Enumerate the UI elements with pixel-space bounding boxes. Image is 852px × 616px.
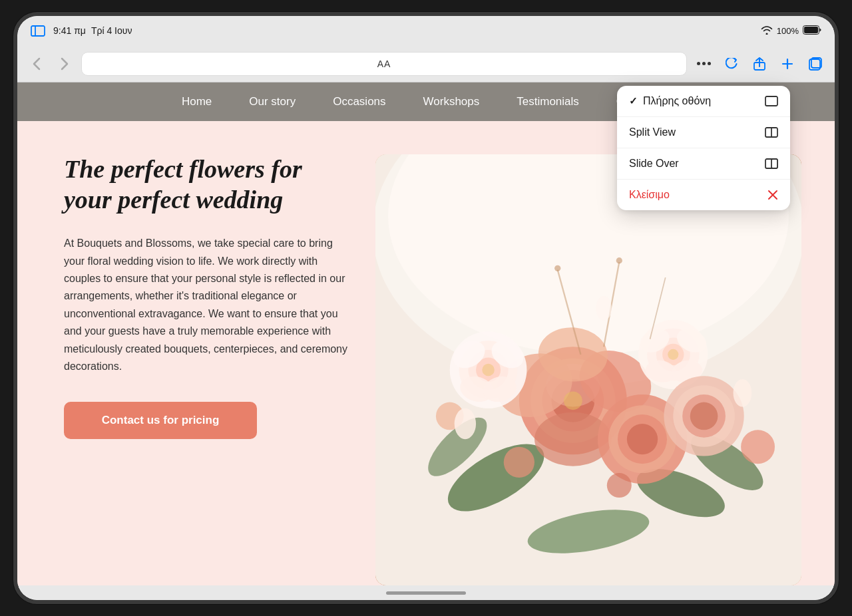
battery-percent: 100%: [777, 26, 799, 36]
nav-occasions[interactable]: Occasions: [314, 82, 404, 121]
cta-button[interactable]: Contact us for pricing: [64, 402, 257, 439]
dropdown-close-label: Κλείσιμο: [629, 189, 670, 201]
hero-title: The perfect flowers for your perfect wed…: [64, 154, 355, 215]
dropdown-split-view-label: Split View: [629, 126, 676, 138]
nav-our-story[interactable]: Our story: [230, 82, 314, 121]
svg-rect-8: [771, 159, 777, 168]
ellipsis-icon: [697, 62, 711, 65]
dropdown-menu: ✓ Πλήρης οθόνη Split View: [617, 86, 790, 210]
status-left: 9:41 πμ Τρί 4 Ιουν: [31, 25, 132, 37]
dropdown-full-screen-label: Πλήρης οθόνη: [643, 95, 711, 107]
status-bar: 9:41 πμ Τρί 4 Ιουν 100%: [17, 16, 835, 45]
nav-workshops[interactable]: Workshops: [405, 82, 499, 121]
svg-point-62: [455, 408, 476, 439]
reload-button[interactable]: [720, 53, 743, 75]
dropdown-close[interactable]: Κλείσιμο: [617, 180, 790, 210]
svg-point-56: [741, 430, 775, 464]
svg-point-54: [607, 473, 632, 498]
flower-bouquet-image: [375, 154, 801, 585]
add-tab-button[interactable]: [776, 53, 799, 75]
address-text: AA: [377, 59, 391, 69]
svg-point-58: [554, 265, 560, 271]
nav-home[interactable]: Home: [163, 82, 230, 121]
status-right: 100%: [761, 25, 821, 37]
svg-point-52: [690, 402, 718, 430]
dropdown-slide-over[interactable]: Slide Over: [617, 148, 790, 180]
nav-items: Home Our story Occasions Workshops Testi…: [163, 82, 689, 121]
svg-point-67: [668, 349, 678, 360]
svg-rect-4: [765, 96, 777, 106]
share-button[interactable]: [748, 53, 771, 75]
left-content: The perfect flowers for your perfect wed…: [64, 148, 355, 585]
browser-chrome: AA ✓ Πλήρης οθόνη: [17, 45, 835, 82]
tabs-button[interactable]: [804, 53, 827, 75]
dropdown-split-view[interactable]: Split View: [617, 117, 790, 148]
svg-point-48: [627, 424, 658, 454]
svg-point-63: [734, 379, 752, 407]
svg-rect-3: [804, 27, 818, 33]
svg-point-65: [564, 391, 582, 410]
hero-image: [375, 154, 801, 585]
svg-point-64: [596, 296, 612, 321]
svg-point-60: [616, 257, 622, 263]
home-indicator: [17, 585, 835, 600]
dropdown-slide-over-label: Slide Over: [629, 158, 679, 170]
slide-over-icon: [765, 158, 778, 169]
hero-description: At Bouquets and Blossoms, we take specia…: [64, 235, 355, 375]
ipad-frame: 9:41 πμ Τρί 4 Ιουν 100%: [13, 12, 839, 604]
back-button[interactable]: [25, 53, 48, 75]
svg-point-66: [482, 364, 495, 377]
svg-rect-0: [31, 26, 45, 36]
ipad-screen: 9:41 πμ Τρί 4 Ιουν 100%: [17, 16, 835, 600]
ellipsis-button[interactable]: ✓ Πλήρης οθόνη Split View: [692, 53, 715, 75]
battery-icon: [803, 25, 821, 37]
status-day: Τρί 4 Ιουν: [91, 25, 132, 36]
wifi-icon: [761, 25, 773, 37]
nav-testimonials[interactable]: Testimonials: [498, 82, 598, 121]
close-icon: [767, 190, 778, 200]
svg-point-53: [504, 447, 534, 478]
full-screen-icon: [765, 96, 778, 106]
checkmark-icon: ✓: [629, 95, 638, 107]
forward-button[interactable]: [53, 53, 76, 75]
split-view-icon: [765, 127, 778, 138]
home-bar: [386, 591, 466, 595]
status-time: 9:41 πμ: [53, 25, 86, 36]
address-bar[interactable]: AA: [81, 52, 687, 76]
sidebar-toggle-icon[interactable]: [31, 25, 45, 37]
dropdown-full-screen[interactable]: ✓ Πλήρης οθόνη: [617, 86, 790, 117]
